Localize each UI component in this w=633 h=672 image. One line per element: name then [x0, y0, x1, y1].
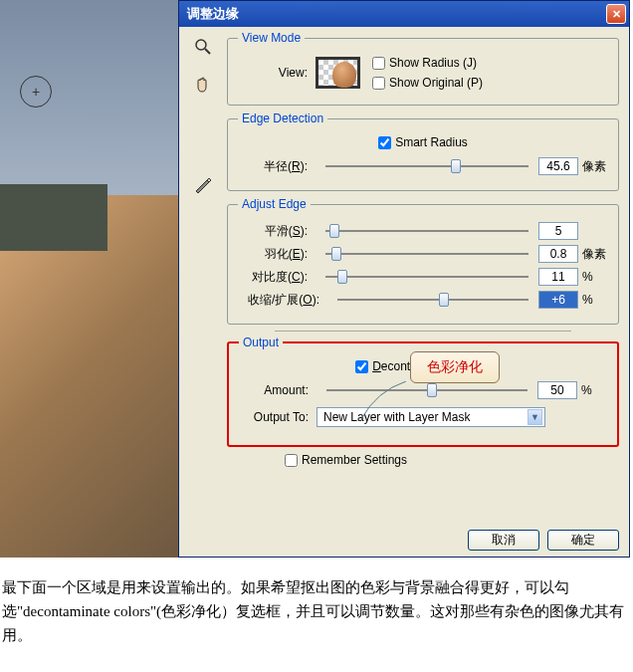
- edge-detection-group: Edge Detection Smart Radius 半径(R):: [227, 112, 619, 191]
- contrast-slider[interactable]: [325, 276, 528, 278]
- smooth-slider[interactable]: [325, 230, 528, 232]
- view-label: View:: [238, 66, 316, 80]
- output-to-dropdown[interactable]: New Layer with Layer Mask ▼: [316, 407, 545, 427]
- zoom-tool[interactable]: [191, 35, 215, 59]
- annotation-callout: 色彩净化: [410, 351, 500, 383]
- amount-slider-thumb[interactable]: [427, 383, 437, 397]
- contrast-slider-thumb[interactable]: [337, 270, 347, 284]
- view-mode-legend: View Mode: [238, 31, 305, 45]
- show-original-check-input[interactable]: [372, 77, 385, 90]
- edge-detection-legend: Edge Detection: [238, 112, 327, 125]
- chevron-down-icon: ▼: [528, 409, 542, 425]
- shift-unit: %: [582, 293, 608, 307]
- radius-label: 半径(R):: [238, 158, 316, 175]
- remember-check-input[interactable]: [285, 454, 298, 467]
- contrast-unit: %: [582, 270, 608, 284]
- view-mode-group: View Mode View: Show Radius (J): [227, 31, 619, 106]
- show-radius-checkbox[interactable]: Show Radius (J): [372, 56, 483, 70]
- contrast-input[interactable]: [538, 268, 578, 286]
- radius-slider-thumb[interactable]: [451, 159, 461, 173]
- radius-slider[interactable]: [325, 165, 528, 167]
- amount-label: Amount:: [239, 383, 316, 397]
- adjust-edge-legend: Adjust Edge: [238, 197, 311, 211]
- magnifier-icon: [193, 37, 213, 57]
- decontaminate-check-input[interactable]: [355, 360, 368, 373]
- feather-slider[interactable]: [325, 253, 528, 255]
- svg-line-1: [205, 49, 210, 54]
- radius-unit: 像素: [582, 158, 608, 175]
- divider: [275, 331, 571, 332]
- shift-input[interactable]: [538, 291, 578, 309]
- caption-text: 最下面一个区域是用来设置输出的。如果希望抠出图的色彩与背景融合得更好，可以勾选"…: [0, 571, 633, 651]
- refine-brush-tool[interactable]: [191, 172, 215, 196]
- amount-input[interactable]: [537, 381, 577, 399]
- smooth-label: 平滑(S):: [238, 223, 316, 240]
- smart-radius-checkbox[interactable]: Smart Radius: [238, 135, 608, 149]
- feather-slider-thumb[interactable]: [331, 247, 341, 261]
- cancel-button[interactable]: 取消: [468, 530, 539, 551]
- adjust-edge-group: Adjust Edge 平滑(S): 羽化(E): 像素 对比度: [227, 197, 619, 325]
- shift-slider-thumb[interactable]: [439, 293, 449, 307]
- amount-unit: %: [581, 383, 607, 397]
- close-icon: ✕: [612, 8, 621, 21]
- output-legend: Output: [239, 336, 283, 349]
- smart-radius-check-input[interactable]: [378, 136, 391, 149]
- close-button[interactable]: ✕: [606, 4, 626, 24]
- radius-input[interactable]: [538, 157, 578, 175]
- feather-label: 羽化(E):: [238, 246, 316, 263]
- remember-settings-checkbox[interactable]: Remember Settings: [285, 453, 407, 467]
- hand-tool[interactable]: [191, 73, 215, 97]
- callout-line: [356, 381, 416, 421]
- hand-icon: [193, 75, 213, 95]
- shift-slider[interactable]: [337, 299, 528, 301]
- feather-input[interactable]: [538, 245, 578, 263]
- tools-column: [179, 27, 227, 557]
- ok-button[interactable]: 确定: [547, 530, 619, 551]
- contrast-label: 对比度(C):: [238, 269, 316, 286]
- smooth-input[interactable]: [538, 222, 578, 240]
- dialog-title: 调整边缘: [187, 5, 239, 23]
- crosshair-cursor-icon: [20, 76, 52, 108]
- svg-point-0: [196, 40, 206, 50]
- output-to-label: Output To:: [239, 410, 316, 424]
- show-original-checkbox[interactable]: Show Original (P): [372, 76, 483, 90]
- brush-icon: [193, 174, 213, 194]
- show-radius-check-input[interactable]: [372, 57, 385, 70]
- smooth-slider-thumb[interactable]: [329, 224, 339, 238]
- refine-edge-dialog: 调整边缘 ✕ View Mode: [178, 0, 630, 558]
- shift-label: 收缩/扩展(O):: [238, 292, 327, 309]
- view-thumbnail[interactable]: [316, 57, 360, 89]
- dialog-titlebar[interactable]: 调整边缘 ✕: [179, 1, 629, 27]
- feather-unit: 像素: [582, 246, 608, 263]
